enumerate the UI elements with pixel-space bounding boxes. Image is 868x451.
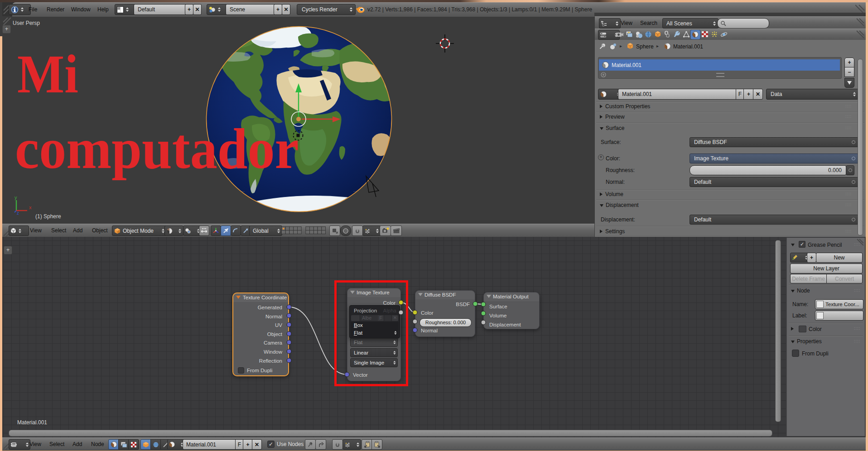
svg-text:z: z [17,211,19,216]
svg-text:y: y [14,196,17,200]
svg-text:x: x [29,205,32,210]
